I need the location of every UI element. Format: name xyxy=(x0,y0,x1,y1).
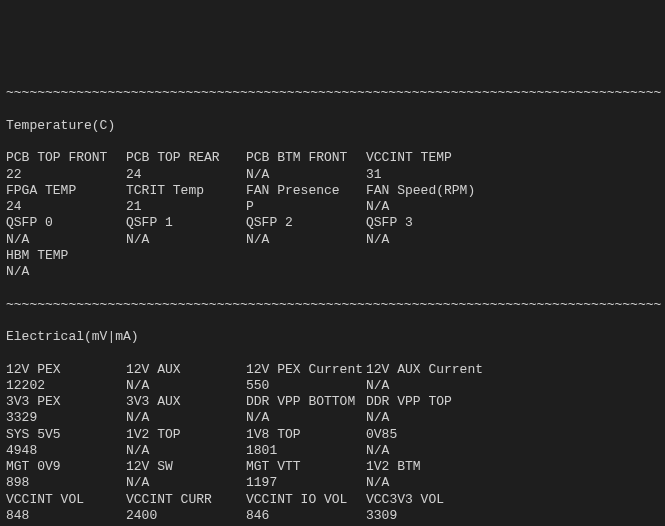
cell: N/A xyxy=(246,410,366,426)
cell: 1V8 TOP xyxy=(246,427,366,443)
cell: VCC3V3 VOL xyxy=(366,492,486,508)
cell: 3329 xyxy=(6,410,126,426)
cell: N/A xyxy=(366,443,486,459)
section-title-electrical: Electrical(mV|mA) xyxy=(6,329,659,345)
temperature-rows: PCB TOP FRONTPCB TOP REARPCB BTM FRONTVC… xyxy=(6,150,659,280)
cell: VCCINT CURR xyxy=(126,492,246,508)
cell: N/A xyxy=(246,167,366,183)
cell: N/A xyxy=(246,232,366,248)
data-row: QSFP 0QSFP 1QSFP 2QSFP 3 xyxy=(6,215,659,231)
cell: 31 xyxy=(366,167,486,183)
cell: N/A xyxy=(366,410,486,426)
cell: N/A xyxy=(126,378,246,394)
cell: 3309 xyxy=(366,508,486,524)
cell: 12V AUX xyxy=(126,362,246,378)
cell: 24 xyxy=(6,199,126,215)
cell: 550 xyxy=(246,378,366,394)
data-row: 3329N/AN/AN/A xyxy=(6,410,659,426)
cell: 12202 xyxy=(6,378,126,394)
data-row: N/AN/AN/AN/A xyxy=(6,232,659,248)
cell: SYS 5V5 xyxy=(6,427,126,443)
cell: TCRIT Temp xyxy=(126,183,246,199)
cell: 3V3 PEX xyxy=(6,394,126,410)
cell: FPGA TEMP xyxy=(6,183,126,199)
terminal-output: ~~~~~~~~~~~~~~~~~~~~~~~~~~~~~~~~~~~~~~~~… xyxy=(6,69,659,526)
cell: P xyxy=(246,199,366,215)
cell: 12V PEX Current xyxy=(246,362,366,378)
cell: 1801 xyxy=(246,443,366,459)
cell: 12V AUX Current xyxy=(366,362,486,378)
cell: 1V2 BTM xyxy=(366,459,486,475)
data-row: SYS 5V51V2 TOP1V8 TOP0V85 xyxy=(6,427,659,443)
cell: 12V PEX xyxy=(6,362,126,378)
cell: 12V SW xyxy=(126,459,246,475)
cell: 2400 xyxy=(126,508,246,524)
cell: 846 xyxy=(246,508,366,524)
cell: N/A xyxy=(366,475,486,491)
cell: 898 xyxy=(6,475,126,491)
data-row: 4948N/A1801N/A xyxy=(6,443,659,459)
cell: N/A xyxy=(126,475,246,491)
cell: VCCINT IO VOL xyxy=(246,492,366,508)
cell: QSFP 1 xyxy=(126,215,246,231)
cell: FAN Speed(RPM) xyxy=(366,183,486,199)
cell: 848 xyxy=(6,508,126,524)
cell: MGT 0V9 xyxy=(6,459,126,475)
cell: N/A xyxy=(366,232,486,248)
cell: MGT VTT xyxy=(246,459,366,475)
data-row: 898N/A1197N/A xyxy=(6,475,659,491)
cell: N/A xyxy=(366,199,486,215)
cell: PCB BTM FRONT xyxy=(246,150,366,166)
data-row: FPGA TEMPTCRIT TempFAN PresenceFAN Speed… xyxy=(6,183,659,199)
data-row: 12202N/A550N/A xyxy=(6,378,659,394)
data-row: 12V PEX12V AUX12V PEX Current12V AUX Cur… xyxy=(6,362,659,378)
data-row: 3V3 PEX3V3 AUXDDR VPP BOTTOMDDR VPP TOP xyxy=(6,394,659,410)
cell: 4948 xyxy=(6,443,126,459)
data-row: HBM TEMP xyxy=(6,248,659,264)
data-row: 2224N/A31 xyxy=(6,167,659,183)
electrical-rows: 12V PEX12V AUX12V PEX Current12V AUX Cur… xyxy=(6,362,659,527)
cell: PCB TOP FRONT xyxy=(6,150,126,166)
cell: N/A xyxy=(126,410,246,426)
cell: 1197 xyxy=(246,475,366,491)
cell: QSFP 0 xyxy=(6,215,126,231)
cell: DDR VPP BOTTOM xyxy=(246,394,366,410)
cell: 3V3 AUX xyxy=(126,394,246,410)
cell: HBM TEMP xyxy=(6,248,126,264)
cell: 22 xyxy=(6,167,126,183)
cell: QSFP 2 xyxy=(246,215,366,231)
cell: 0V85 xyxy=(366,427,486,443)
data-row: 84824008463309 xyxy=(6,508,659,524)
cell: 21 xyxy=(126,199,246,215)
cell: N/A xyxy=(6,264,126,280)
cell: N/A xyxy=(366,378,486,394)
cell: QSFP 3 xyxy=(366,215,486,231)
cell: N/A xyxy=(126,443,246,459)
data-row: 2421PN/A xyxy=(6,199,659,215)
data-row: VCCINT VOLVCCINT CURRVCCINT IO VOLVCC3V3… xyxy=(6,492,659,508)
cell: N/A xyxy=(126,232,246,248)
section-title-temperature: Temperature(C) xyxy=(6,118,659,134)
cell: N/A xyxy=(6,232,126,248)
separator-line: ~~~~~~~~~~~~~~~~~~~~~~~~~~~~~~~~~~~~~~~~… xyxy=(6,85,659,101)
data-row: N/A xyxy=(6,264,659,280)
cell: VCCINT TEMP xyxy=(366,150,486,166)
data-row: PCB TOP FRONTPCB TOP REARPCB BTM FRONTVC… xyxy=(6,150,659,166)
cell: FAN Presence xyxy=(246,183,366,199)
cell: 24 xyxy=(126,167,246,183)
cell: DDR VPP TOP xyxy=(366,394,486,410)
cell: VCCINT VOL xyxy=(6,492,126,508)
cell: 1V2 TOP xyxy=(126,427,246,443)
data-row: MGT 0V912V SWMGT VTT1V2 BTM xyxy=(6,459,659,475)
cell: PCB TOP REAR xyxy=(126,150,246,166)
separator-line: ~~~~~~~~~~~~~~~~~~~~~~~~~~~~~~~~~~~~~~~~… xyxy=(6,297,659,313)
